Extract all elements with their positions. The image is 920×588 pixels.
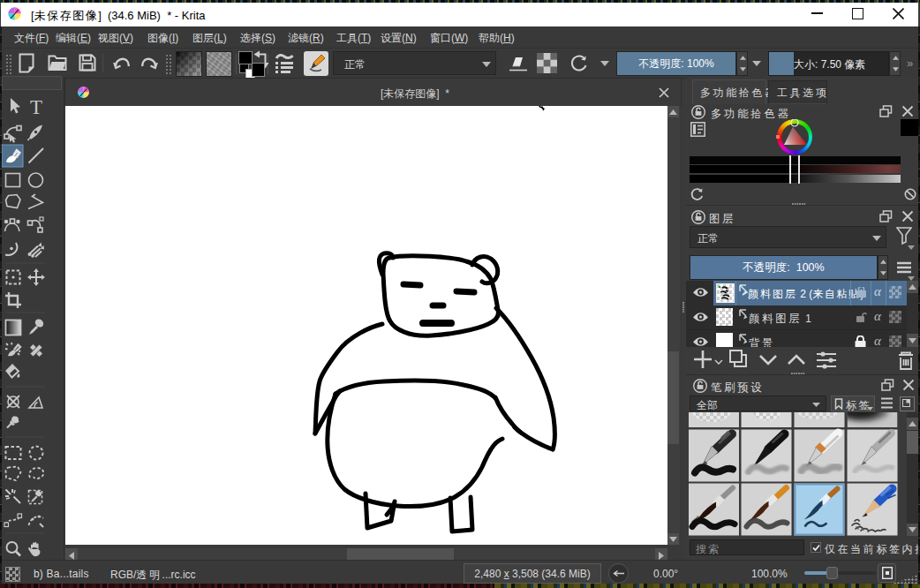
svg-text:T: T <box>30 96 42 118</box>
